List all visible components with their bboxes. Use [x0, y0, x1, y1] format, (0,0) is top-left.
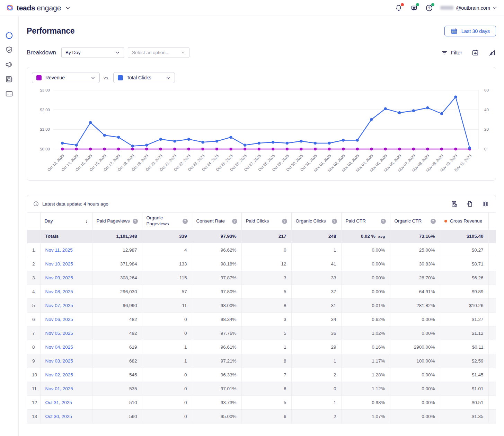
- total-clicks-point: [244, 144, 246, 147]
- sidebar-item-campaigns[interactable]: [5, 60, 14, 69]
- total-clicks-point: [103, 134, 106, 137]
- day-link[interactable]: Nov 09, 2025: [45, 275, 73, 280]
- column-header-consent_rate[interactable]: Consent Rate?: [192, 213, 241, 230]
- day-link[interactable]: Nov 11, 2025: [45, 247, 73, 253]
- metric1-select[interactable]: Revenue: [32, 72, 100, 83]
- day-link[interactable]: Nov 05, 2025: [45, 331, 73, 336]
- total-clicks-point: [384, 107, 387, 110]
- cell-consent_rate: 93.73%: [192, 396, 241, 410]
- user-name-redacted: [440, 6, 453, 10]
- day-link[interactable]: Nov 06, 2025: [45, 317, 73, 322]
- row-number-header: [27, 213, 40, 230]
- calendar-view-icon[interactable]: [471, 49, 479, 56]
- revenue-point: [258, 148, 260, 150]
- totals-organic_ctr: 73.16%: [390, 230, 440, 243]
- cell-consent_rate: 96.61%: [192, 340, 241, 354]
- cell-day: Nov 06, 2025: [40, 313, 92, 326]
- sort-descending-icon[interactable]: ↓: [86, 218, 88, 224]
- help-icon[interactable]: ?: [232, 219, 237, 224]
- total-clicks-point: [215, 140, 218, 142]
- column-header-organic_ctr[interactable]: Organic CTR?: [390, 213, 440, 230]
- day-link[interactable]: Oct 31, 2025: [45, 400, 72, 405]
- help-icon[interactable]: ?: [282, 219, 287, 224]
- column-header-day[interactable]: Day↓: [40, 213, 92, 230]
- cell-paid_pageviews: 535: [92, 382, 142, 396]
- day-link[interactable]: Nov 01, 2025: [45, 386, 73, 391]
- day-link[interactable]: Nov 03, 2025: [45, 358, 73, 364]
- cell-paid_clicks: 6: [241, 410, 291, 424]
- column-header-organic_clicks[interactable]: Organic Clicks?: [291, 213, 341, 230]
- columns-icon[interactable]: [482, 200, 489, 208]
- total-clicks-point: [131, 145, 134, 147]
- help-icon[interactable]: ?: [133, 219, 138, 224]
- cell-organic_pageviews: 0: [142, 396, 192, 410]
- help-icon[interactable]: ?: [332, 219, 337, 224]
- cell-organic_ctr: 281.82%: [390, 299, 440, 313]
- cell-paid_ctr: 0.00%: [341, 243, 390, 257]
- help-icon[interactable]: ?: [381, 219, 386, 224]
- cell-consent_rate: 96.62%: [192, 243, 241, 257]
- hide-chart-icon[interactable]: [488, 49, 496, 56]
- column-label: Paid Pageviews: [97, 218, 130, 224]
- revenue-point: [117, 148, 120, 150]
- column-label: Paid Clicks: [246, 218, 269, 224]
- row-filler: [488, 257, 496, 271]
- column-header-paid_clicks[interactable]: Paid Clicks?: [241, 213, 291, 230]
- scheduled-report-icon[interactable]: [451, 200, 458, 208]
- brand[interactable]: teads engage: [6, 3, 70, 12]
- chat-icon[interactable]: [410, 4, 418, 12]
- cell-paid_clicks: 5: [241, 326, 291, 340]
- day-link[interactable]: Nov 08, 2025: [45, 289, 73, 294]
- cell-paid_pageviews: 482: [92, 313, 142, 326]
- table-row: 2Nov 10, 2025371,98413398.18%12410.00%30…: [27, 257, 496, 271]
- column-header-organic_pageviews[interactable]: Organic Pageviews?: [142, 213, 192, 230]
- cell-paid_ctr: 0.98%: [341, 396, 390, 410]
- cell-day: Nov 11, 2025: [40, 243, 92, 257]
- help-icon[interactable]: ?: [431, 219, 436, 224]
- cell-paid_pageviews: 296,030: [92, 285, 142, 299]
- day-link[interactable]: Nov 10, 2025: [45, 261, 73, 267]
- breakdown-select[interactable]: By Day: [61, 47, 124, 58]
- cell-organic_ctr: 30.83%: [390, 257, 440, 271]
- day-link[interactable]: Nov 07, 2025: [45, 303, 73, 308]
- column-header-paid_ctr[interactable]: Paid CTR?: [341, 213, 390, 230]
- sidebar-item-analytics[interactable]: [5, 31, 14, 40]
- export-icon[interactable]: [466, 200, 474, 208]
- filter-label: Filter: [451, 50, 462, 55]
- help-icon[interactable]: ?: [425, 4, 433, 12]
- sidebar-item-billing[interactable]: [5, 89, 14, 98]
- sidebar-item-publications[interactable]: [5, 75, 14, 84]
- option-select[interactable]: Select an option...: [128, 47, 189, 58]
- day-link[interactable]: Nov 04, 2025: [45, 345, 73, 350]
- cell-organic_clicks: 1: [291, 243, 341, 257]
- total-clicks-point: [201, 141, 204, 143]
- cell-organic_ctr: 0.00%: [390, 382, 440, 396]
- table-row: 11Nov 01, 2025535097.01%601.12%0.00%$1.0…: [27, 382, 496, 396]
- cell-day: Nov 05, 2025: [40, 326, 92, 340]
- revenue-point: [244, 148, 246, 150]
- cell-day: Nov 04, 2025: [40, 340, 92, 354]
- revenue-point: [103, 148, 106, 150]
- metric2-select[interactable]: Total Clicks: [113, 72, 175, 83]
- row-number: 12: [27, 396, 40, 410]
- cell-paid_ctr: 0.16%: [341, 340, 390, 354]
- total-clicks-point: [173, 140, 176, 142]
- day-link[interactable]: Nov 02, 2025: [45, 372, 73, 377]
- filter-button[interactable]: Filter: [441, 49, 462, 56]
- cell-day: Nov 10, 2025: [40, 257, 92, 271]
- cell-gross_revenue: $1.12: [440, 326, 488, 340]
- bell-icon[interactable]: [395, 4, 403, 12]
- day-link[interactable]: Oct 30, 2025: [45, 414, 72, 419]
- chat-badge: [416, 3, 419, 6]
- gross-revenue-dot: [444, 220, 447, 223]
- cell-paid_pageviews: 492: [92, 326, 142, 340]
- column-header-gross_revenue[interactable]: Gross Revenue: [440, 213, 488, 230]
- help-icon[interactable]: ?: [183, 219, 188, 224]
- sidebar-item-moderation[interactable]: [5, 46, 14, 54]
- date-range-button[interactable]: Last 30 days: [444, 26, 496, 36]
- filler-header: [488, 213, 496, 230]
- total-clicks-point: [272, 141, 274, 143]
- column-header-paid_pageviews[interactable]: Paid Pageviews?: [92, 213, 142, 230]
- cell-organic_ctr: 0.00%: [390, 326, 440, 340]
- user-menu[interactable]: @outbrain.com: [440, 5, 497, 11]
